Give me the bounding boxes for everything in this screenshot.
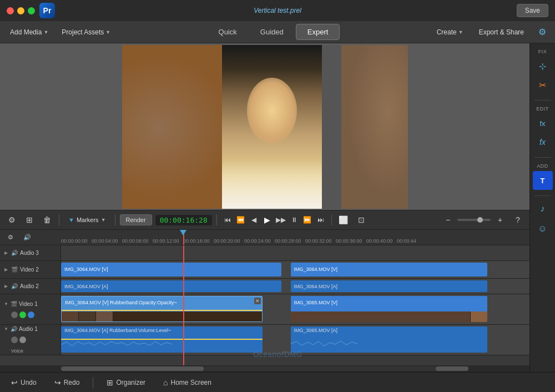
preview-container bbox=[0, 43, 529, 210]
clip-video1-2-label: IMG_3065.MOV [V] bbox=[291, 296, 487, 309]
fix-crop-button[interactable]: ⊹ bbox=[533, 57, 553, 76]
panel-divider-3 bbox=[534, 195, 551, 196]
clip-video2-1[interactable]: IMG_3064.MOV [V] bbox=[61, 263, 281, 277]
preview-right-blur bbox=[341, 45, 408, 209]
audio1-waveform bbox=[61, 339, 263, 350]
add-music-button[interactable]: ♪ bbox=[533, 199, 553, 218]
pause-button[interactable]: ⏸ bbox=[288, 214, 300, 226]
scroll-thumb[interactable] bbox=[61, 366, 204, 371]
clip-audio1-1-label: IMG_3064.MOV [A] Rubberband:Volume:Level… bbox=[61, 326, 263, 334]
edit-fx-button[interactable]: fx bbox=[533, 114, 553, 133]
clip-x-button[interactable]: ✕ bbox=[254, 298, 261, 304]
markers-button[interactable]: ▼ Markers ▼ bbox=[64, 215, 110, 225]
tab-guided[interactable]: Guided bbox=[249, 24, 295, 39]
snap-button[interactable]: ⊡ bbox=[354, 213, 369, 227]
clip-audio1-2[interactable]: IMG_3065.MOV [A] bbox=[291, 326, 487, 353]
titlebar-left: Pr bbox=[7, 3, 55, 18]
track-content-audio2[interactable]: IMG_3064.MOV [A] IMG_3064.MOV [A] bbox=[61, 279, 529, 294]
scroll-track[interactable] bbox=[61, 366, 468, 371]
track-green-button[interactable] bbox=[19, 311, 26, 318]
track-header-audio1: ▼ 🔊 Audio 1 Voice bbox=[0, 325, 61, 355]
clip-video2-2[interactable]: IMG_3064.MOV [V] bbox=[291, 263, 487, 277]
clip-label-video1-1: IMG_3064.MOV [V] Rubberband:Opacity:Opac… bbox=[65, 300, 177, 305]
track-expand-audio3[interactable]: ▶ bbox=[3, 250, 9, 256]
scroll-thumb-right[interactable] bbox=[436, 366, 468, 371]
ruler-label-8: 00:00:32:00 bbox=[305, 238, 336, 244]
track-eye-button[interactable] bbox=[11, 311, 18, 318]
menubar-right: Create ▼ Export & Share ⚙ bbox=[431, 24, 551, 41]
create-button[interactable]: Create ▼ bbox=[431, 26, 469, 39]
add-section: ADD T bbox=[530, 161, 555, 192]
track-content-audio1[interactable]: IMG_3064.MOV [A] Rubberband:Volume:Level… bbox=[61, 325, 529, 355]
edit-effects-button[interactable]: fx bbox=[533, 133, 553, 152]
redo-button[interactable]: ↪ Redo bbox=[50, 376, 84, 389]
timeline-insert-button[interactable]: ⊞ bbox=[22, 213, 37, 227]
track-row-audio3: ▶ 🔊 Audio 3 bbox=[0, 245, 529, 261]
add-media-button[interactable]: Add Media ▼ bbox=[4, 26, 54, 39]
preview-row bbox=[0, 43, 529, 210]
menubar-tabs: Quick Guided Expert bbox=[116, 24, 431, 40]
playhead-marker[interactable] bbox=[180, 230, 186, 235]
organizer-button[interactable]: ⊞ Organizer bbox=[102, 376, 150, 389]
settings-icon[interactable]: ⚙ bbox=[534, 24, 551, 41]
zoom-slider[interactable] bbox=[457, 219, 491, 221]
track-expand-video2[interactable]: ▶ bbox=[3, 267, 9, 273]
track-expand-audio2[interactable]: ▶ bbox=[3, 284, 9, 289]
clip-video1-2-thumbnails bbox=[291, 311, 487, 322]
track-row-video2: ▶ 🎬 Video 2 IMG_3064.MOV [V] IMG_3064.MO… bbox=[0, 261, 529, 279]
play-button[interactable]: ▶ bbox=[261, 214, 274, 226]
track-expand-video1[interactable]: ▼ bbox=[3, 301, 9, 306]
add-text-button[interactable]: T bbox=[533, 171, 553, 190]
step-forward-button[interactable]: ▶▶ bbox=[275, 214, 287, 226]
zoom-in-button[interactable]: + bbox=[493, 213, 507, 227]
audio1-eye-button[interactable] bbox=[11, 336, 18, 343]
tab-quick[interactable]: Quick bbox=[208, 24, 248, 39]
track-content-video2[interactable]: IMG_3064.MOV [V] IMG_3064.MOV [V] bbox=[61, 261, 529, 278]
minimize-button[interactable] bbox=[17, 7, 24, 14]
add-emoji-button[interactable]: ☺ bbox=[533, 219, 553, 238]
timeline-scrollbar[interactable] bbox=[0, 365, 529, 372]
go-to-end-button[interactable]: ⏭ bbox=[315, 214, 327, 226]
track-content-audio3[interactable] bbox=[61, 245, 529, 260]
undo-button[interactable]: ↩ Undo bbox=[7, 376, 41, 389]
save-button[interactable]: Save bbox=[517, 4, 548, 17]
timeline-settings-button[interactable]: ⚙ bbox=[4, 213, 19, 227]
main-content: ⚙ ⊞ 🗑 ▼ Markers ▼ Render 00:00:16:28 ⏮ ⏪… bbox=[0, 43, 529, 372]
clip-audio1-1[interactable]: IMG_3064.MOV [A] Rubberband:Volume:Level… bbox=[61, 326, 263, 353]
track-audio-button[interactable]: 🔊 bbox=[20, 230, 34, 245]
thumb-2 bbox=[79, 311, 95, 321]
fast-forward-button[interactable]: ⏩ bbox=[301, 214, 314, 226]
clip-audio2-2[interactable]: IMG_3064.MOV [A] bbox=[291, 280, 487, 292]
maximize-button[interactable] bbox=[28, 7, 35, 14]
track-blue-button[interactable] bbox=[28, 311, 34, 318]
thumb-2-rest bbox=[291, 311, 470, 322]
rewind-button[interactable]: ⏪ bbox=[235, 214, 247, 226]
fix-levels-button[interactable]: ✂ bbox=[533, 76, 553, 94]
close-button[interactable] bbox=[7, 7, 14, 14]
timeline-help-button[interactable]: ? bbox=[511, 213, 525, 227]
render-button[interactable]: Render bbox=[120, 214, 152, 225]
track-expand-audio1[interactable]: ▼ bbox=[3, 326, 9, 331]
project-assets-button[interactable]: Project Assets ▼ bbox=[56, 26, 116, 39]
video-preview[interactable] bbox=[122, 45, 408, 209]
clip-video1-1[interactable]: IMG_3064.MOV [V] Rubberband:Opacity:Opac… bbox=[61, 296, 263, 323]
safe-zones-button[interactable]: ⬜ bbox=[336, 213, 351, 227]
titlebar-right: Save bbox=[517, 4, 548, 17]
tab-expert[interactable]: Expert bbox=[296, 24, 340, 40]
zoom-out-button[interactable]: − bbox=[441, 213, 455, 227]
timeline-ruler: 00:00:00:00 00:00:04:00 00:00:08:00 00:0… bbox=[61, 230, 529, 245]
undo-icon: ↩ bbox=[11, 378, 18, 387]
export-share-button[interactable]: Export & Share bbox=[473, 26, 529, 39]
timeline-delete-button[interactable]: 🗑 bbox=[40, 213, 54, 227]
track-content-video1[interactable]: IMG_3064.MOV [V] Rubberband:Opacity:Opac… bbox=[61, 294, 529, 324]
ruler-mark-8: 00:00:32:00 bbox=[305, 238, 336, 244]
step-back-button[interactable]: ◀ bbox=[248, 214, 260, 226]
track-options-button[interactable]: ⚙ bbox=[3, 230, 18, 245]
clip-video1-2[interactable]: IMG_3065.MOV [V] bbox=[291, 296, 487, 323]
clip-audio2-1[interactable]: IMG_3064.MOV [A] bbox=[61, 280, 281, 292]
home-screen-button[interactable]: ⌂ Home Screen bbox=[159, 376, 216, 389]
add-label: ADD bbox=[537, 163, 548, 169]
track-row-video1: ▼ 🎬 Video 1 bbox=[0, 294, 529, 325]
audio1-dot2[interactable] bbox=[19, 336, 26, 343]
go-to-start-button[interactable]: ⏮ bbox=[221, 214, 234, 226]
